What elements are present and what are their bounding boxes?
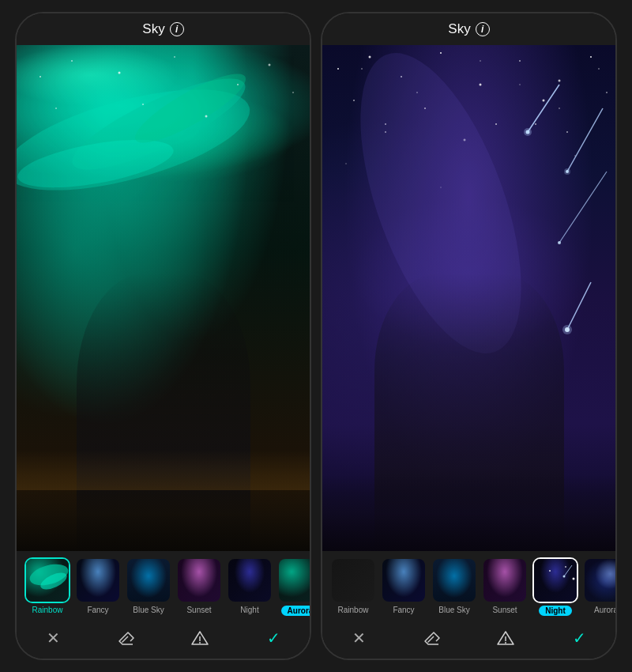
right-thumb-fancy[interactable]: Fancy bbox=[381, 557, 427, 616]
svg-point-47 bbox=[565, 566, 566, 568]
thumb-fancy-preview bbox=[77, 559, 119, 602]
right-thumb-sunset[interactable]: Sunset bbox=[482, 557, 528, 616]
svg-point-9 bbox=[269, 64, 271, 66]
left-thumb-bluesky[interactable]: Blue Sky bbox=[126, 557, 171, 616]
svg-point-27 bbox=[353, 100, 355, 101]
left-thumb-bluesky-img[interactable] bbox=[126, 557, 171, 603]
thumb-rainbow-preview-r bbox=[332, 559, 374, 602]
left-thumb-aurora[interactable]: Aurora bbox=[277, 557, 310, 616]
svg-point-50 bbox=[563, 576, 566, 578]
svg-point-11 bbox=[55, 108, 57, 109]
night-active-pill: Night bbox=[539, 606, 572, 616]
thumb-aurora-preview2 bbox=[279, 559, 310, 602]
right-thumb-aurora[interactable]: Aurora bbox=[583, 557, 615, 616]
svg-point-46 bbox=[549, 570, 551, 572]
left-thumb-rainbow-img[interactable] bbox=[24, 557, 70, 603]
phones-container: Sky i bbox=[7, 4, 625, 668]
left-thumb-sunset[interactable]: Sunset bbox=[176, 557, 222, 616]
thumb-bluesky-preview bbox=[127, 559, 170, 602]
thumb-moon-preview bbox=[585, 559, 615, 602]
left-bottom-panel: Rainbow Fancy Blue Sky bbox=[17, 551, 310, 659]
svg-point-22 bbox=[440, 52, 442, 54]
right-bottom-panel: Rainbow Fancy Blue Sky bbox=[322, 551, 615, 659]
right-thumb-aurora-label: Aurora bbox=[594, 606, 615, 614]
thumb-aurora-svg bbox=[26, 559, 69, 602]
left-thumb-sunset-img[interactable] bbox=[176, 557, 222, 603]
thumb-night-svg bbox=[534, 559, 577, 602]
left-thumb-fancy-label: Fancy bbox=[87, 606, 108, 614]
left-thumb-fancy[interactable]: Fancy bbox=[75, 557, 121, 616]
left-cancel-btn[interactable]: ✕ bbox=[40, 625, 66, 651]
right-toolbar: ✕ ✓ bbox=[322, 619, 615, 659]
svg-line-38 bbox=[567, 108, 603, 172]
right-thumb-rainbow-img[interactable] bbox=[330, 557, 376, 603]
right-thumb-fancy-img[interactable] bbox=[381, 557, 427, 603]
svg-point-37 bbox=[524, 128, 532, 136]
svg-point-13 bbox=[205, 115, 208, 118]
left-thumb-bluesky-label: Blue Sky bbox=[133, 606, 164, 614]
svg-point-40 bbox=[564, 168, 570, 175]
right-thumb-night-img[interactable] bbox=[532, 557, 578, 603]
right-phone: Sky i bbox=[321, 12, 617, 660]
aurora-background bbox=[17, 45, 310, 551]
right-thumb-night-label: Night bbox=[539, 606, 572, 616]
left-thumb-fancy-img[interactable] bbox=[75, 557, 121, 603]
svg-point-4 bbox=[40, 76, 41, 77]
left-thumb-sunset-label: Sunset bbox=[186, 606, 211, 614]
svg-point-23 bbox=[480, 84, 482, 86]
left-thumb-night-img[interactable] bbox=[227, 557, 273, 603]
thumb-sunset-preview-r bbox=[483, 559, 526, 602]
left-info-icon[interactable]: i bbox=[170, 22, 184, 36]
left-thumbnail-row: Rainbow Fancy Blue Sky bbox=[17, 551, 310, 619]
svg-point-48 bbox=[573, 578, 575, 580]
svg-point-32 bbox=[495, 123, 497, 125]
aurora-active-pill: Aurora bbox=[281, 606, 310, 616]
right-thumb-bluesky-label: Blue Sky bbox=[438, 606, 469, 614]
right-title: Sky bbox=[448, 21, 470, 37]
right-adjust-btn[interactable] bbox=[493, 625, 518, 651]
right-info-icon[interactable]: i bbox=[476, 22, 490, 36]
svg-point-12 bbox=[142, 104, 144, 105]
svg-point-10 bbox=[292, 92, 294, 93]
left-thumb-rainbow-label: Rainbow bbox=[32, 606, 63, 614]
right-eraser-icon bbox=[423, 629, 442, 647]
svg-point-25 bbox=[559, 80, 561, 82]
left-thumb-aurora-label: Aurora bbox=[281, 606, 310, 616]
left-confirm-btn[interactable]: ✓ bbox=[261, 625, 286, 651]
right-main-image bbox=[322, 45, 615, 551]
left-thumb-aurora-img[interactable] bbox=[277, 557, 310, 603]
right-thumb-night[interactable]: Night bbox=[532, 557, 578, 616]
left-thumb-rainbow[interactable]: Rainbow bbox=[24, 557, 70, 616]
svg-point-5 bbox=[71, 60, 73, 62]
left-erase-btn[interactable] bbox=[114, 625, 139, 651]
left-adjust-btn[interactable] bbox=[187, 625, 213, 651]
svg-point-18 bbox=[199, 642, 201, 644]
right-thumb-sunset-img[interactable] bbox=[482, 557, 528, 603]
right-adjust-icon bbox=[496, 629, 515, 647]
svg-point-19 bbox=[337, 68, 339, 70]
svg-point-30 bbox=[606, 92, 608, 93]
left-thumb-night[interactable]: Night bbox=[227, 557, 273, 616]
svg-point-33 bbox=[566, 131, 568, 133]
left-header: Sky i bbox=[17, 13, 310, 45]
svg-line-35 bbox=[528, 85, 559, 132]
right-thumb-bluesky[interactable]: Blue Sky bbox=[431, 557, 477, 616]
right-thumb-rainbow[interactable]: Rainbow bbox=[330, 557, 376, 616]
svg-point-29 bbox=[543, 100, 545, 102]
right-city-ground bbox=[322, 475, 615, 551]
right-thumb-aurora-img[interactable] bbox=[583, 557, 615, 603]
right-thumb-bluesky-img[interactable] bbox=[431, 557, 477, 603]
horizon-glow bbox=[17, 450, 310, 490]
svg-point-24 bbox=[519, 60, 521, 62]
right-cancel-btn[interactable]: ✕ bbox=[346, 625, 371, 651]
left-title: Sky bbox=[142, 21, 164, 37]
right-confirm-btn[interactable]: ✓ bbox=[566, 625, 592, 651]
adjust-icon bbox=[190, 629, 209, 647]
right-thumbnail-row: Rainbow Fancy Blue Sky bbox=[322, 551, 615, 619]
thumb-night-preview-r bbox=[534, 559, 577, 602]
svg-point-6 bbox=[118, 72, 121, 74]
thumb-fancy-preview-r bbox=[382, 559, 425, 602]
thumb-aurora-preview bbox=[26, 559, 69, 602]
left-toolbar: ✕ ✓ bbox=[17, 619, 310, 659]
right-erase-btn[interactable] bbox=[419, 625, 445, 651]
